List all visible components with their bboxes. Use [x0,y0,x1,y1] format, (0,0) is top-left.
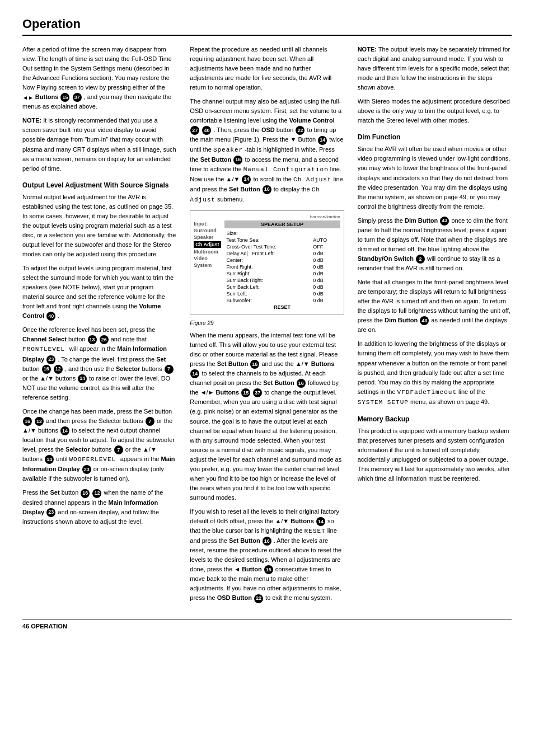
left-right-arrow-icon: ◄► [22,93,34,102]
figure-brand: harman/kardon [194,214,340,219]
col3-s2p2: Simply press the Dim Button 43 once to d… [358,216,512,273]
note1-para: NOTE: It is strongly recommended that yo… [22,116,176,173]
badge-7b: 7 [146,417,154,426]
column-1: After a period of time the screen may di… [22,45,176,608]
figure-content: Input: Surround Speaker Ch Adjust Multir… [194,220,340,311]
col3-s2p4: In addition to lowering the brightness o… [358,339,512,407]
badge-14d: 14 [318,136,327,145]
dim-function-title: Dim Function [358,133,512,141]
badge-37b: 37 [253,388,262,397]
badge-23c: 23 [46,508,55,517]
badge-16g: 16 [263,537,271,546]
col2-p1: Repeat the procedure as needed until all… [190,45,344,92]
badge-27: 27 [190,126,199,135]
badge-16e: 16 [250,360,259,369]
memory-backup-title: Memory Backup [358,415,512,423]
badge-12a: 12 [35,417,44,426]
badge-14c: 14 [45,455,54,464]
badge-7c: 7 [114,445,123,454]
s1p1: Normal output level adjustment for the A… [22,192,176,259]
figure-box: harman/kardon Input: Surround Speaker Ch… [190,210,344,314]
col2-p2: The channel output may also be adjusted … [190,97,344,205]
footer-bar: 46 OPERATION [22,619,512,630]
badge-23: 23 [46,355,55,364]
column-2: Repeat the procedure as needed until all… [190,45,344,608]
intro-para: After a period of time the screen may di… [22,45,176,111]
badge-23b: 23 [82,465,91,474]
badge-26: 26 [100,335,109,344]
section1-title: Output Level Adjustment With Source Sign… [22,181,176,189]
badge-12: 12 [54,365,63,374]
s1p2: To adjust the output levels using progra… [22,264,176,321]
footer-page-number: 46 OPERATION [22,623,67,630]
badge-16a: 16 [23,417,32,426]
speaker-table: Size: Test Tone Sea:AUTO Cross-Over Test… [224,230,340,311]
badge-15c: 15 [264,565,273,574]
badge-22: 22 [296,126,305,135]
s1p3: Once the reference level has been set, p… [22,325,176,402]
figure-data: SPEAKER SETUP Size: Test Tone Sea:AUTO C… [224,220,340,311]
badge-16f: 16 [297,379,306,388]
figure-nav: Input: Surround Speaker Ch Adjust Multir… [194,220,221,311]
col2-p3: When the menu appears, the internal test… [190,331,344,503]
col3-s2p1: Since the AVR will often be used when mo… [358,144,512,211]
column-3: NOTE: The output levels may be separatel… [358,45,512,608]
badge-16b: 16 [81,489,90,498]
badge-16: 16 [42,365,51,374]
badge-14g: 14 [316,517,325,526]
col3-s2p3: Note that all changes to the front-panel… [358,278,512,335]
badge-37: 37 [73,93,82,102]
badge-15: 15 [60,93,69,102]
col3-s3p1: This product is equipped with a memory b… [358,426,512,483]
badge-40b: 40 [202,126,211,135]
badge-2: 2 [416,255,425,264]
col3-p1: With Stereo modes the adjustment procedu… [358,97,512,125]
badge-40: 40 [46,312,55,321]
col3-note1: NOTE: The output levels may be separatel… [358,45,512,92]
badge-13: 13 [88,335,97,344]
badge-15b: 15 [241,388,250,397]
badge-14: 14 [78,374,87,383]
page-container: Operation After a period of time the scr… [0,0,534,646]
page-title: Operation [22,17,512,36]
badge-7: 7 [165,365,174,374]
badge-43b: 43 [420,316,429,325]
s1p5: Press the Set button 16 12 when the name… [22,488,176,526]
content-grid: After a period of time the screen may di… [22,45,512,608]
figure-caption: Figure 29 [190,320,344,326]
badge-22b: 22 [254,594,263,603]
badge-16d: 16 [263,185,271,194]
s1p4: Once the change has been made, press the… [22,407,176,484]
col2-p4: If you wish to reset all the levels to t… [190,507,344,603]
badge-14e: 14 [242,175,251,184]
badge-14f: 14 [190,369,199,378]
badge-16c: 16 [233,156,242,165]
badge-12b: 12 [92,489,101,498]
badge-14b: 14 [60,426,69,435]
badge-43: 43 [440,217,449,226]
